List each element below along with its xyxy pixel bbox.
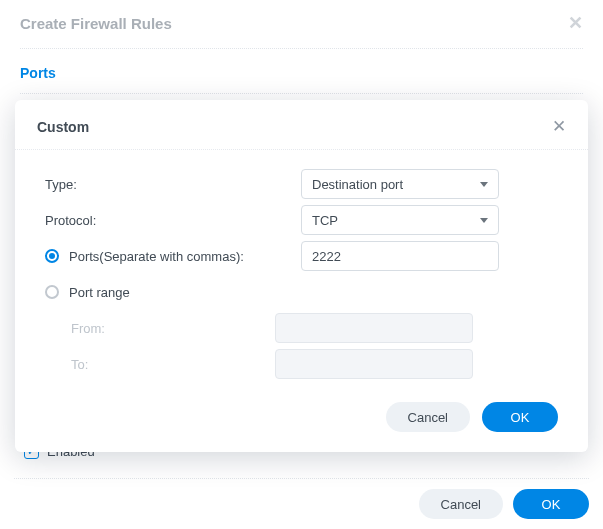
parent-title: Create Firewall Rules — [20, 15, 172, 32]
divider — [20, 93, 583, 94]
close-icon[interactable]: ✕ — [568, 12, 583, 34]
modal-body: Type: Destination port Protocol: TCP Por… — [15, 156, 588, 388]
type-row: Type: Destination port — [45, 166, 558, 202]
parent-header: Create Firewall Rules ✕ — [20, 12, 583, 42]
port-range-option-label: Port range — [69, 285, 130, 300]
chevron-down-icon — [480, 182, 488, 187]
from-input — [275, 313, 473, 343]
custom-port-modal: Custom ✕ Type: Destination port Protocol… — [15, 100, 588, 452]
radio-icon — [45, 285, 59, 299]
ports-radio-label-wrap: Ports(Separate with commas): — [45, 249, 301, 264]
protocol-row: Protocol: TCP — [45, 202, 558, 238]
to-label: To: — [45, 357, 275, 372]
to-row: To: — [45, 346, 558, 382]
protocol-label: Protocol: — [45, 213, 301, 228]
type-value: Destination port — [312, 177, 403, 192]
range-radio-label-wrap: Port range — [45, 285, 301, 300]
ok-button[interactable]: OK — [482, 402, 558, 432]
protocol-select[interactable]: TCP — [301, 205, 499, 235]
type-select[interactable]: Destination port — [301, 169, 499, 199]
type-label: Type: — [45, 177, 301, 192]
ports-section-title: Ports — [20, 59, 583, 87]
modal-header: Custom ✕ — [15, 100, 588, 149]
protocol-value: TCP — [312, 213, 338, 228]
to-input — [275, 349, 473, 379]
ok-button[interactable]: OK — [513, 489, 589, 519]
ports-option-row[interactable]: Ports(Separate with commas): — [45, 238, 558, 274]
parent-footer: Cancel OK — [14, 478, 589, 519]
chevron-down-icon — [480, 218, 488, 223]
port-range-option-row[interactable]: Port range — [45, 274, 558, 310]
ports-input[interactable] — [301, 241, 499, 271]
modal-footer: Cancel OK — [15, 388, 588, 452]
cancel-button[interactable]: Cancel — [419, 489, 503, 519]
close-icon[interactable]: ✕ — [548, 114, 570, 139]
divider — [20, 48, 583, 49]
modal-title: Custom — [37, 119, 89, 135]
cancel-button[interactable]: Cancel — [386, 402, 470, 432]
divider — [15, 149, 588, 150]
ports-option-label: Ports(Separate with commas): — [69, 249, 244, 264]
from-row: From: — [45, 310, 558, 346]
from-label: From: — [45, 321, 275, 336]
radio-icon — [45, 249, 59, 263]
